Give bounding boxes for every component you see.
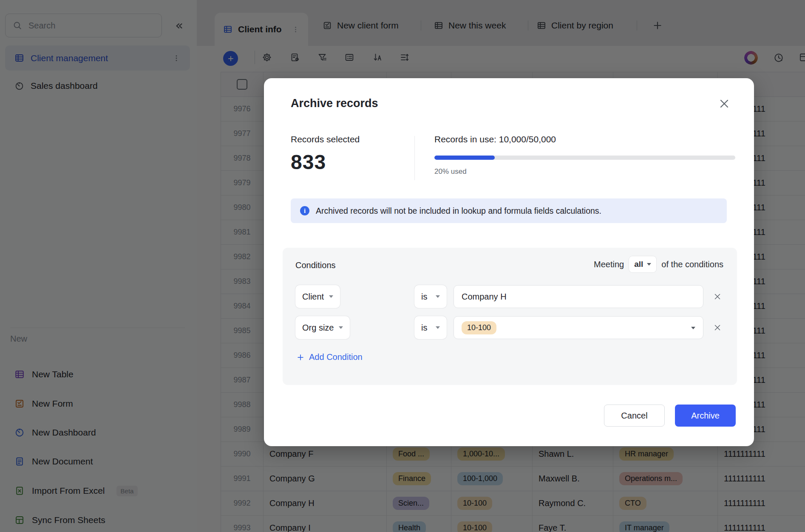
chevron-down-icon [647,263,651,266]
records-in-use-label: Records in use: 10,000/50,000 [434,134,735,144]
condition-operator-dropdown[interactable]: is [414,316,447,339]
condition-field-dropdown[interactable]: Org size [295,316,350,339]
meeting-setting: Meeting all of the conditions [594,256,723,272]
condition-operator-value: is [421,323,427,333]
chevron-down-icon [436,295,440,298]
conditions-heading: Conditions [295,260,336,270]
add-condition-button[interactable]: Add Condition [296,352,363,362]
plus-icon [296,353,305,362]
info-banner-text: Archived records will not be included in… [316,206,601,216]
records-selected-value: 833 [291,150,360,174]
condition-row: Client is Company H [283,285,737,308]
condition-operator-dropdown[interactable]: is [414,285,447,308]
chevron-down-icon [329,295,333,298]
usage-progress-track [434,156,735,160]
meeting-suffix: of the conditions [661,260,723,269]
close-icon[interactable] [717,97,731,110]
meeting-prefix: Meeting [594,260,624,269]
condition-operator-value: is [421,292,427,302]
records-selected-block: Records selected 833 [291,134,360,174]
info-banner: i Archived records will not be included … [291,198,727,223]
meeting-value: all [634,260,643,269]
condition-value-input[interactable]: Company H [454,285,703,308]
modal-title: Archive records [291,97,378,110]
remove-condition-icon[interactable] [713,323,722,332]
chevron-down-icon [691,327,695,329]
cancel-button[interactable]: Cancel [604,405,665,427]
usage-progress-fill [434,156,495,160]
records-selected-label: Records selected [291,134,360,144]
condition-value-dropdown[interactable]: 10-100 [454,316,703,339]
condition-field-value: Client [302,292,324,302]
chevron-down-icon [436,326,440,329]
condition-field-dropdown[interactable]: Client [295,285,340,308]
condition-field-value: Org size [302,323,334,333]
archive-button[interactable]: Archive [675,405,736,427]
remove-condition-icon[interactable] [713,292,722,301]
meeting-dropdown[interactable]: all [629,256,656,272]
condition-row: Org size is 10-100 [283,316,737,339]
condition-value-text: Company H [462,292,507,302]
records-in-use-block: Records in use: 10,000/50,000 20% used [434,134,735,176]
usage-caption: 20% used [434,167,735,176]
add-condition-label: Add Condition [309,352,363,362]
stats-divider [414,136,415,180]
info-icon: i [300,206,309,215]
app-screen: Search Client management Sales dashboard… [0,0,805,532]
archive-records-modal: Archive records Records selected 833 Rec… [264,78,754,446]
conditions-card: Conditions Meeting all of the conditions… [283,248,737,385]
chevron-down-icon [339,326,343,329]
selected-option-tag: 10-100 [462,321,496,334]
